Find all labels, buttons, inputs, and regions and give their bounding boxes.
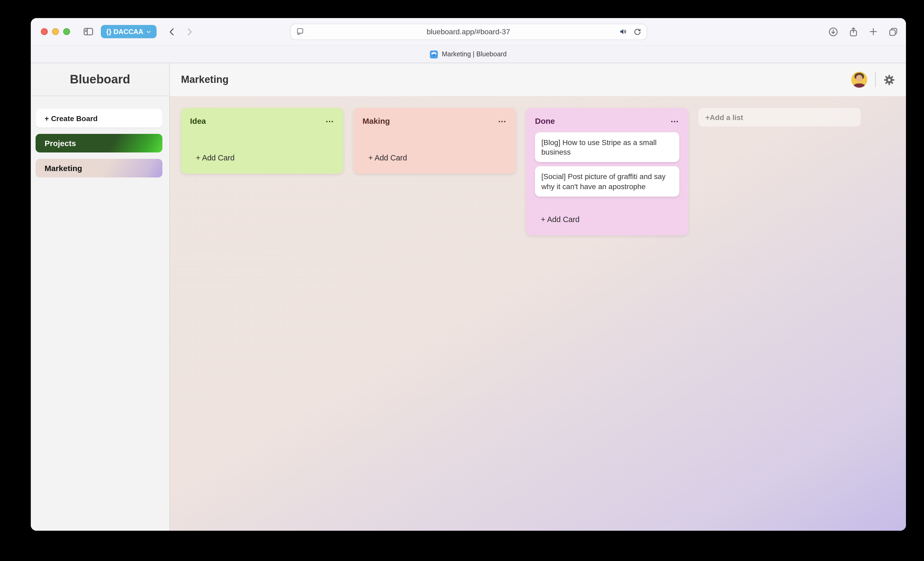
minimize-window-button[interactable] xyxy=(52,28,59,35)
browser-toolbar: {} DACCAA blueboard.app/#board-37 xyxy=(31,18,906,46)
reload-icon[interactable] xyxy=(633,28,641,36)
list-title: Making xyxy=(363,116,390,125)
sidebar-board-list: + Create Board Projects Marketing xyxy=(31,96,169,177)
sidebar-item-marketing[interactable]: Marketing xyxy=(36,159,162,177)
audio-playing-icon[interactable] xyxy=(619,27,627,36)
zoom-window-button[interactable] xyxy=(63,28,70,35)
address-bar[interactable]: blueboard.app/#board-37 xyxy=(290,23,647,40)
downloads-icon[interactable] xyxy=(828,26,838,37)
site-favicon xyxy=(430,50,438,58)
avatar-face xyxy=(856,75,862,82)
card-social-graffiti[interactable]: [Social] Post picture of graffiti and sa… xyxy=(535,167,680,197)
settings-gear-icon[interactable] xyxy=(884,74,895,85)
forward-icon[interactable] xyxy=(185,27,194,36)
list-menu-icon[interactable]: … xyxy=(670,116,680,123)
kanban-board: Idea … + Add Card Making … + Add Card xyxy=(170,96,906,531)
page-format-icon[interactable] xyxy=(296,27,304,36)
board-main: Marketing xyxy=(170,63,906,531)
share-icon[interactable] xyxy=(848,26,859,37)
profile-badge[interactable]: {} DACCAA xyxy=(101,25,157,38)
user-avatar[interactable] xyxy=(851,72,867,88)
app-title: Blueboard xyxy=(31,63,169,96)
list-title: Idea xyxy=(190,116,206,125)
list-menu-icon[interactable]: … xyxy=(498,116,507,123)
profile-badge-label: {} DACCAA xyxy=(106,28,143,36)
sidebar-item-projects[interactable]: Projects xyxy=(36,134,162,152)
tab-overview-icon[interactable] xyxy=(888,26,898,37)
app-sidebar: Blueboard + Create Board Projects Market… xyxy=(31,63,170,531)
avatar-shirt xyxy=(854,83,865,88)
back-icon[interactable] xyxy=(167,27,177,36)
tab-bar[interactable]: Marketing | Blueboard xyxy=(31,46,906,63)
list-menu-icon[interactable]: … xyxy=(326,116,334,123)
board-title: Marketing xyxy=(181,74,229,86)
board-header: Marketing xyxy=(170,63,906,96)
close-window-button[interactable] xyxy=(41,28,48,35)
screen: {} DACCAA blueboard.app/#board-37 xyxy=(0,0,924,561)
list-making: Making … + Add Card xyxy=(354,108,516,174)
tab-title: Marketing | Blueboard xyxy=(442,50,507,58)
list-done: Done … [Blog] How to use Stripe as a sma… xyxy=(526,108,688,235)
browser-window: {} DACCAA blueboard.app/#board-37 xyxy=(31,18,906,531)
url-text: blueboard.app/#board-37 xyxy=(290,27,646,36)
list-title: Done xyxy=(535,116,555,125)
sidebar-toggle-icon[interactable] xyxy=(83,26,94,37)
card-list: [Blog] How to use Stripe as a small busi… xyxy=(535,132,680,197)
new-tab-icon[interactable] xyxy=(868,27,878,37)
toolbar-right-icons xyxy=(828,26,898,37)
create-board-button[interactable]: + Create Board xyxy=(36,109,162,128)
card-blog-stripe[interactable]: [Blog] How to use Stripe as a small busi… xyxy=(535,132,680,162)
traffic-lights xyxy=(41,28,70,35)
add-card-button[interactable]: + Add Card xyxy=(363,153,507,162)
blueboard-app: Blueboard + Create Board Projects Market… xyxy=(31,63,906,531)
add-card-button[interactable]: + Add Card xyxy=(190,153,334,162)
add-list-button[interactable]: +Add a list xyxy=(699,108,861,126)
chevron-down-icon xyxy=(146,29,151,34)
add-card-button[interactable]: + Add Card xyxy=(535,215,680,224)
list-idea: Idea … + Add Card xyxy=(181,108,344,174)
header-divider xyxy=(875,72,876,87)
